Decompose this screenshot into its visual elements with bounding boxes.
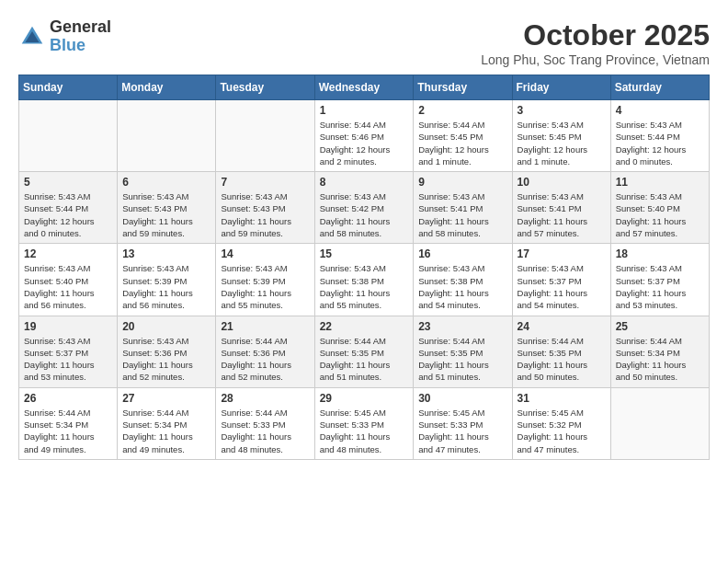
day-info: Sunrise: 5:43 AM Sunset: 5:38 PM Dayligh… (320, 262, 409, 311)
weekday-header-thursday: Thursday (414, 75, 512, 100)
day-number: 9 (418, 176, 506, 189)
calendar-cell: 25Sunrise: 5:44 AM Sunset: 5:34 PM Dayli… (610, 316, 709, 387)
calendar-week-3: 12Sunrise: 5:43 AM Sunset: 5:40 PM Dayli… (19, 244, 710, 316)
day-info: Sunrise: 5:44 AM Sunset: 5:35 PM Dayligh… (518, 335, 606, 384)
day-number: 24 (518, 320, 606, 333)
calendar-cell: 16Sunrise: 5:43 AM Sunset: 5:38 PM Dayli… (414, 244, 512, 316)
calendar-cell: 20Sunrise: 5:43 AM Sunset: 5:36 PM Dayli… (118, 316, 216, 387)
calendar-cell (610, 387, 709, 459)
calendar-week-4: 19Sunrise: 5:43 AM Sunset: 5:37 PM Dayli… (19, 316, 710, 387)
day-info: Sunrise: 5:43 AM Sunset: 5:43 PM Dayligh… (221, 190, 309, 239)
day-number: 30 (418, 392, 506, 405)
day-number: 11 (616, 176, 704, 189)
day-number: 1 (320, 104, 409, 117)
calendar-cell: 24Sunrise: 5:44 AM Sunset: 5:35 PM Dayli… (512, 316, 610, 387)
weekday-header-wednesday: Wednesday (314, 75, 414, 100)
calendar-cell: 7Sunrise: 5:43 AM Sunset: 5:43 PM Daylig… (216, 172, 314, 244)
day-number: 6 (122, 176, 210, 189)
calendar-cell: 11Sunrise: 5:43 AM Sunset: 5:40 PM Dayli… (610, 172, 709, 244)
day-number: 13 (122, 247, 210, 260)
day-info: Sunrise: 5:43 AM Sunset: 5:37 PM Dayligh… (24, 335, 112, 384)
day-info: Sunrise: 5:44 AM Sunset: 5:34 PM Dayligh… (616, 335, 704, 384)
logo-icon (18, 23, 46, 51)
calendar-week-5: 26Sunrise: 5:44 AM Sunset: 5:34 PM Dayli… (19, 387, 710, 459)
day-number: 25 (616, 320, 704, 333)
day-info: Sunrise: 5:43 AM Sunset: 5:41 PM Dayligh… (518, 190, 606, 239)
calendar-cell: 15Sunrise: 5:43 AM Sunset: 5:38 PM Dayli… (314, 244, 414, 316)
day-number: 21 (221, 320, 309, 333)
day-number: 7 (221, 176, 309, 189)
weekday-header-tuesday: Tuesday (216, 75, 314, 100)
calendar-cell: 21Sunrise: 5:44 AM Sunset: 5:36 PM Dayli… (216, 316, 314, 387)
calendar-cell: 9Sunrise: 5:43 AM Sunset: 5:41 PM Daylig… (414, 172, 512, 244)
calendar-cell: 6Sunrise: 5:43 AM Sunset: 5:43 PM Daylig… (118, 172, 216, 244)
day-number: 16 (418, 247, 506, 260)
day-number: 22 (320, 320, 409, 333)
day-info: Sunrise: 5:44 AM Sunset: 5:35 PM Dayligh… (418, 335, 506, 384)
calendar-cell: 18Sunrise: 5:43 AM Sunset: 5:37 PM Dayli… (610, 244, 709, 316)
logo-text: General Blue (50, 18, 111, 55)
calendar-cell: 31Sunrise: 5:45 AM Sunset: 5:32 PM Dayli… (512, 387, 610, 459)
day-number: 20 (122, 320, 210, 333)
day-number: 18 (616, 247, 704, 260)
title-block: October 2025 Long Phu, Soc Trang Provinc… (481, 18, 710, 67)
day-info: Sunrise: 5:44 AM Sunset: 5:34 PM Dayligh… (122, 407, 210, 455)
calendar-cell (118, 100, 216, 172)
day-number: 28 (221, 392, 309, 405)
day-info: Sunrise: 5:43 AM Sunset: 5:40 PM Dayligh… (616, 190, 704, 239)
calendar-cell: 28Sunrise: 5:44 AM Sunset: 5:33 PM Dayli… (216, 387, 314, 459)
logo-general: General (50, 18, 111, 37)
page-header: General Blue October 2025 Long Phu, Soc … (18, 18, 710, 67)
day-info: Sunrise: 5:45 AM Sunset: 5:33 PM Dayligh… (418, 407, 506, 455)
calendar-cell: 4Sunrise: 5:43 AM Sunset: 5:44 PM Daylig… (610, 100, 709, 172)
calendar-cell (19, 100, 118, 172)
day-info: Sunrise: 5:44 AM Sunset: 5:36 PM Dayligh… (221, 335, 309, 384)
day-number: 3 (518, 104, 606, 117)
day-info: Sunrise: 5:44 AM Sunset: 5:33 PM Dayligh… (221, 407, 309, 455)
calendar-week-1: 1Sunrise: 5:44 AM Sunset: 5:46 PM Daylig… (19, 100, 710, 172)
day-info: Sunrise: 5:43 AM Sunset: 5:43 PM Dayligh… (122, 190, 210, 239)
day-info: Sunrise: 5:43 AM Sunset: 5:40 PM Dayligh… (24, 262, 112, 311)
day-number: 2 (418, 104, 506, 117)
day-number: 5 (24, 176, 112, 189)
weekday-header-friday: Friday (512, 75, 610, 100)
calendar-cell: 29Sunrise: 5:45 AM Sunset: 5:33 PM Dayli… (314, 387, 414, 459)
calendar-cell: 5Sunrise: 5:43 AM Sunset: 5:44 PM Daylig… (19, 172, 118, 244)
calendar-cell: 30Sunrise: 5:45 AM Sunset: 5:33 PM Dayli… (414, 387, 512, 459)
day-number: 8 (320, 176, 409, 189)
day-info: Sunrise: 5:45 AM Sunset: 5:32 PM Dayligh… (518, 407, 606, 455)
calendar-cell (216, 100, 314, 172)
day-info: Sunrise: 5:43 AM Sunset: 5:45 PM Dayligh… (518, 119, 606, 167)
day-info: Sunrise: 5:43 AM Sunset: 5:44 PM Dayligh… (616, 119, 704, 167)
day-number: 19 (24, 320, 112, 333)
day-info: Sunrise: 5:44 AM Sunset: 5:34 PM Dayligh… (24, 407, 112, 455)
day-info: Sunrise: 5:43 AM Sunset: 5:38 PM Dayligh… (418, 262, 506, 311)
calendar-week-2: 5Sunrise: 5:43 AM Sunset: 5:44 PM Daylig… (19, 172, 710, 244)
day-number: 26 (24, 392, 112, 405)
calendar-cell: 10Sunrise: 5:43 AM Sunset: 5:41 PM Dayli… (512, 172, 610, 244)
day-info: Sunrise: 5:43 AM Sunset: 5:37 PM Dayligh… (518, 262, 606, 311)
calendar-cell: 3Sunrise: 5:43 AM Sunset: 5:45 PM Daylig… (512, 100, 610, 172)
month-year-title: October 2025 (481, 18, 710, 52)
day-info: Sunrise: 5:43 AM Sunset: 5:42 PM Dayligh… (320, 190, 409, 239)
logo-blue: Blue (50, 37, 111, 55)
day-info: Sunrise: 5:43 AM Sunset: 5:44 PM Dayligh… (24, 190, 112, 239)
day-info: Sunrise: 5:44 AM Sunset: 5:35 PM Dayligh… (320, 335, 409, 384)
calendar-cell: 14Sunrise: 5:43 AM Sunset: 5:39 PM Dayli… (216, 244, 314, 316)
calendar-cell: 13Sunrise: 5:43 AM Sunset: 5:39 PM Dayli… (118, 244, 216, 316)
calendar-cell: 19Sunrise: 5:43 AM Sunset: 5:37 PM Dayli… (19, 316, 118, 387)
day-number: 31 (518, 392, 606, 405)
day-number: 4 (616, 104, 704, 117)
calendar-cell: 17Sunrise: 5:43 AM Sunset: 5:37 PM Dayli… (512, 244, 610, 316)
calendar-cell: 1Sunrise: 5:44 AM Sunset: 5:46 PM Daylig… (314, 100, 414, 172)
calendar-cell: 22Sunrise: 5:44 AM Sunset: 5:35 PM Dayli… (314, 316, 414, 387)
weekday-header-saturday: Saturday (610, 75, 709, 100)
day-number: 29 (320, 392, 409, 405)
calendar-cell: 8Sunrise: 5:43 AM Sunset: 5:42 PM Daylig… (314, 172, 414, 244)
logo: General Blue (18, 18, 111, 55)
day-number: 12 (24, 247, 112, 260)
day-info: Sunrise: 5:43 AM Sunset: 5:36 PM Dayligh… (122, 335, 210, 384)
day-number: 17 (518, 247, 606, 260)
day-info: Sunrise: 5:43 AM Sunset: 5:39 PM Dayligh… (221, 262, 309, 311)
calendar-cell: 26Sunrise: 5:44 AM Sunset: 5:34 PM Dayli… (19, 387, 118, 459)
